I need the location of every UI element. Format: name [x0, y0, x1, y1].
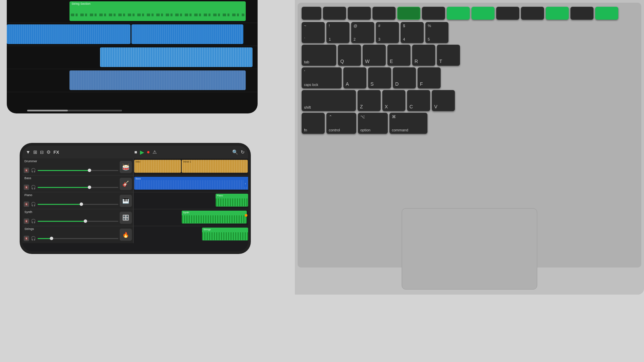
key-d[interactable]: D	[393, 67, 416, 88]
bass-mute[interactable]: 🔇	[24, 185, 29, 190]
string-section-block[interactable]: String Section	[69, 1, 246, 21]
synth-controls: 🔇 🎧	[24, 218, 118, 224]
search-icon[interactable]: 🔍	[232, 149, 238, 155]
key-1[interactable]: ! 1	[326, 22, 349, 43]
key-tab[interactable]: tab	[302, 45, 336, 66]
piano-mute[interactable]: 🔇	[24, 201, 29, 207]
drummer-headphones[interactable]: 🎧	[31, 168, 36, 173]
bass-block[interactable]: Bass	[134, 177, 248, 190]
fx-label[interactable]: FX	[54, 150, 59, 155]
record-button[interactable]: ●	[147, 149, 150, 155]
mixer-icon[interactable]: ⚙	[46, 149, 51, 155]
track-row-2: My Vocal	[7, 23, 258, 46]
synth-instrument[interactable]: 🎛️	[120, 212, 132, 224]
strings-controls: 🔇 🎧	[24, 236, 118, 241]
key-f[interactable]: F	[418, 67, 441, 88]
key-2[interactable]: @ 2	[351, 22, 374, 43]
remix-block[interactable]	[100, 47, 253, 67]
bass-headphones[interactable]: 🎧	[31, 185, 36, 190]
key-q[interactable]: Q	[338, 45, 361, 66]
key-5[interactable]: % 5	[425, 22, 448, 43]
key-command[interactable]: ⌘ command	[389, 113, 427, 134]
drummer-track-left: Drummer 🔇 🎧 🥁	[22, 158, 134, 175]
key-r[interactable]: R	[412, 45, 435, 66]
bass-controls: 🔇 🎧	[24, 185, 118, 190]
stop-button[interactable]: ■	[134, 149, 137, 155]
string-section-label: String Section	[72, 2, 90, 5]
key-f6-green[interactable]	[447, 7, 470, 20]
ipad-top-scrollbar[interactable]	[27, 110, 122, 111]
drummer-instrument[interactable]: 🥁	[120, 161, 132, 173]
tambourine-block[interactable]	[69, 70, 246, 90]
key-option[interactable]: ⌥ option	[358, 113, 388, 134]
bass-fader[interactable]	[38, 187, 118, 188]
strings-block[interactable]: Strings	[202, 228, 248, 240]
key-f12-green[interactable]	[595, 7, 618, 20]
vocal-block-1[interactable]	[7, 24, 130, 44]
drummer-content: Intro Verse 1	[134, 158, 248, 175]
synth-headphones[interactable]: 🎧	[31, 219, 36, 223]
key-f2[interactable]	[348, 7, 371, 20]
bass-track-left: Bass 🔇 🎧 🎸	[22, 175, 134, 192]
key-f10-green[interactable]	[546, 7, 569, 20]
menu-icon[interactable]: ▼	[26, 149, 31, 155]
drummer-block-intro[interactable]: Intro	[134, 160, 181, 173]
key-f9[interactable]	[521, 7, 544, 20]
key-f7-green[interactable]	[471, 7, 495, 20]
synth-block[interactable]: Synth	[182, 211, 247, 223]
key-4[interactable]: $ 4	[401, 22, 424, 43]
key-f5[interactable]	[422, 7, 445, 20]
piano-instrument[interactable]: 🎹	[120, 195, 132, 207]
key-t[interactable]: T	[437, 45, 460, 66]
piano-headphones[interactable]: 🎧	[31, 202, 36, 207]
key-control[interactable]: ⌃ control	[326, 113, 356, 134]
ipad-bottom-screen: ▼ ⊞ ⊟ ⚙ FX ■ ▶ ● ⚠ 🔍 ↻ Drummer 🔇	[22, 146, 248, 251]
bass-instrument[interactable]: 🎸	[120, 178, 132, 190]
key-a[interactable]: A	[343, 67, 366, 88]
piano-content: Piano	[134, 192, 248, 209]
vocal-block-2[interactable]	[132, 24, 243, 44]
strings-fader[interactable]	[38, 238, 118, 239]
layout-icon[interactable]: ⊞	[33, 149, 37, 155]
key-shift-left[interactable]: shift	[302, 90, 356, 111]
key-v[interactable]: V	[432, 90, 455, 111]
drummer-block-verse[interactable]: Verse 1	[182, 160, 248, 173]
drummer-mute[interactable]: 🔇	[24, 168, 29, 173]
strings-mute[interactable]: 🔇	[24, 236, 29, 241]
key-f3[interactable]	[373, 7, 396, 20]
key-row-numbers: ~ ` ! 1 @ 2 # 3 $ 4 % 5	[302, 22, 637, 43]
piano-fader[interactable]	[38, 204, 118, 205]
track-row-4: Tambourine	[7, 69, 258, 92]
key-f8[interactable]	[496, 7, 519, 20]
key-x[interactable]: X	[382, 90, 405, 111]
key-e[interactable]: E	[387, 45, 410, 66]
ipad-top: String Section My Vocal Remix Slicer FX …	[7, 0, 258, 113]
key-c[interactable]: C	[407, 90, 430, 111]
warning-icon[interactable]: ⚠	[153, 149, 157, 155]
tracks-icon[interactable]: ⊟	[40, 150, 44, 155]
key-w[interactable]: W	[363, 45, 386, 66]
strings-name: Strings	[24, 227, 34, 231]
key-backtick[interactable]: ~ `	[302, 22, 325, 43]
key-fn[interactable]: fn	[302, 113, 325, 134]
loop-icon[interactable]: ↻	[241, 149, 245, 155]
drummer-track: Drummer 🔇 🎧 🥁	[22, 158, 248, 175]
strings-headphones[interactable]: 🎧	[31, 236, 36, 241]
drummer-fader[interactable]	[38, 170, 118, 171]
trackpad[interactable]	[402, 208, 537, 290]
verse1-label: Verse 1	[183, 161, 191, 163]
key-s[interactable]: S	[368, 67, 391, 88]
key-f1[interactable]	[323, 7, 346, 20]
key-3[interactable]: # 3	[376, 22, 399, 43]
key-esc[interactable]	[302, 7, 321, 20]
key-f4-green[interactable]	[397, 7, 420, 20]
key-f11[interactable]	[570, 7, 593, 20]
strings-instrument[interactable]: 🔥	[120, 229, 132, 241]
play-button[interactable]: ▶	[140, 149, 144, 155]
synth-mute[interactable]: 🔇	[24, 218, 29, 224]
key-z[interactable]: Z	[358, 90, 381, 111]
key-row-qwerty: tab Q W E R T	[302, 45, 637, 66]
piano-block[interactable]: Piano	[216, 194, 248, 207]
key-caps-lock[interactable]: • caps lock	[302, 67, 342, 88]
synth-fader[interactable]	[38, 221, 118, 222]
